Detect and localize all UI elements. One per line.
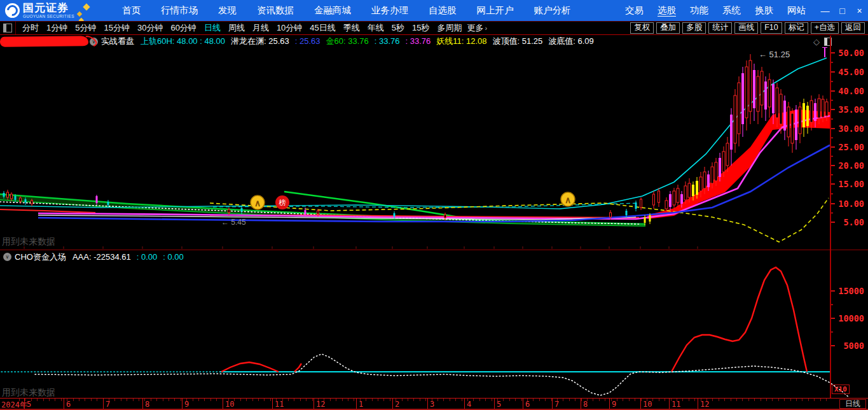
candle-body	[31, 201, 33, 204]
candle-body	[635, 202, 637, 209]
nav-item[interactable]: 行情市场	[151, 0, 208, 21]
brand[interactable]: 国元证券 GUOYUAN SECURITIES	[0, 3, 112, 19]
candle-body	[730, 115, 733, 150]
red-ma-left	[0, 209, 95, 213]
period-item[interactable]: 多周期	[434, 22, 466, 34]
candle-body	[107, 202, 109, 205]
nav-item[interactable]: 功能	[683, 0, 715, 21]
candle-body	[673, 191, 675, 205]
timeline-month: 11	[669, 399, 680, 409]
period-item[interactable]: 15分钟	[100, 22, 133, 34]
layout-button[interactable]	[0, 22, 16, 34]
candle-body	[610, 213, 612, 217]
main-panel-header: ∨ 实战看盘 上轨60H: 48.00 : 48.00潜龙在渊: 25.63: …	[0, 36, 868, 47]
period-item[interactable]: 季线	[340, 22, 364, 34]
diamond-marker-icon[interactable]: ◇	[813, 37, 820, 46]
period-item[interactable]: 分时	[18, 22, 43, 34]
period-item[interactable]: 5秒	[388, 22, 408, 34]
candle-body	[726, 143, 729, 166]
candle-body	[696, 181, 698, 195]
timeline-month: 2	[392, 399, 399, 409]
timeline-month: 12	[313, 399, 325, 409]
top-nav: 国元证券 GUOYUAN SECURITIES 首页行情市场发现资讯数据金融商城…	[0, 0, 868, 21]
nav-item[interactable]: 金融商城	[304, 0, 361, 21]
nav-item[interactable]: 发现	[208, 0, 247, 21]
period-item[interactable]: 15秒	[408, 22, 433, 34]
candle-body	[753, 70, 755, 108]
nav-item[interactable]: 网站	[780, 0, 813, 21]
tool-button[interactable]: 标记	[785, 22, 808, 34]
main-indicator-title: 实战看盘	[101, 36, 134, 47]
nav-item[interactable]: 首页	[112, 0, 151, 21]
y-axis-label: 30.00	[838, 124, 864, 134]
candle-body	[15, 196, 17, 200]
nav-right-menu: 交易选股功能系统换肤网站	[618, 0, 813, 21]
candle-body	[96, 196, 98, 203]
minimize-icon[interactable]: —	[816, 0, 834, 21]
candle-body	[653, 194, 655, 205]
indicator-value: : 0.00	[137, 252, 158, 262]
nav-item[interactable]: 系统	[715, 0, 748, 21]
candle-body	[680, 194, 683, 204]
candle-body	[783, 101, 786, 131]
tool-button[interactable]: F10	[761, 22, 782, 34]
tool-button[interactable]: 返回	[841, 22, 865, 34]
main-chart-svg[interactable]: ∧榜∧← 51.25← 5.4550.0045.0040.0035.0030.0…	[0, 47, 868, 250]
timeline-month: 12	[698, 399, 709, 409]
timeline-axis[interactable]: 2024年 日线 56789101112123456789101112	[0, 398, 868, 410]
svg-text:榜: 榜	[279, 199, 286, 206]
nav-item[interactable]: 自选股	[418, 0, 467, 21]
candle-body	[799, 107, 801, 134]
candle-body	[780, 94, 782, 124]
tool-button[interactable]: 叠加	[656, 22, 680, 34]
candle-body	[722, 152, 725, 172]
period-item[interactable]: 60分钟	[167, 22, 200, 34]
sub-indicator-values: AAA: -22534.61: 0.00: 0.00	[72, 252, 189, 262]
y-axis-label: 35.00	[838, 104, 864, 115]
period-item[interactable]: 5分钟	[71, 22, 100, 34]
period-item[interactable]: 周线	[224, 22, 249, 34]
period-item[interactable]: 年线	[364, 22, 388, 34]
tool-button[interactable]: 多股	[682, 22, 706, 34]
candle-body	[768, 80, 771, 107]
nav-item[interactable]: 换肤	[748, 0, 780, 21]
period-box[interactable]: 日线	[839, 399, 866, 409]
close-icon[interactable]: ×	[851, 0, 868, 21]
period-item[interactable]: 月线	[249, 22, 273, 34]
period-item[interactable]: 30分钟	[134, 22, 167, 34]
restore-icon[interactable]: □	[834, 0, 851, 21]
tool-button[interactable]: 画线	[734, 22, 758, 34]
indicator-value: : 33.76	[375, 36, 400, 46]
more-button[interactable]: 更多›	[467, 22, 488, 34]
tool-button[interactable]: +自选	[811, 22, 839, 34]
nav-item[interactable]: 账户分析	[524, 0, 581, 21]
period-item[interactable]: 1分钟	[43, 22, 71, 34]
candle-body	[734, 95, 736, 143]
guoyuan-logo-icon	[5, 3, 20, 18]
multiplier-badge: X10	[832, 385, 850, 394]
nav-item[interactable]: 选股	[651, 0, 683, 21]
candle-body	[241, 208, 243, 211]
nav-item[interactable]: 网上开户	[467, 0, 524, 21]
indicator-value: AAA: -22534.61	[72, 252, 131, 262]
sub-chart-svg[interactable]: 15000100005000	[0, 264, 868, 398]
nav-item[interactable]: 业务办理	[361, 0, 418, 21]
candle-body	[699, 177, 702, 191]
panel-separator	[0, 250, 868, 250]
nav-item[interactable]: 资讯数据	[247, 0, 304, 21]
collapse-icon-sub[interactable]: ∨	[3, 253, 11, 261]
candle-body	[764, 81, 767, 110]
y-axis-label: 5000	[843, 341, 864, 351]
period-item[interactable]: 10分钟	[273, 22, 306, 34]
tool-button[interactable]: 统计	[708, 22, 732, 34]
tool-button[interactable]: 复权	[630, 22, 654, 34]
candle-body	[741, 73, 744, 124]
period-item[interactable]: 日线	[200, 22, 224, 34]
svg-text:∧: ∧	[565, 195, 571, 205]
nav-item[interactable]: 交易	[618, 0, 651, 21]
layout-icon	[3, 24, 12, 32]
y-axis-label: 15.00	[838, 179, 864, 189]
sub-indicator-title: CHO资金入场	[15, 251, 66, 263]
period-item[interactable]: 45日线	[306, 22, 339, 34]
main-indicator-values: 上轨60H: 48.00 : 48.00潜龙在渊: 25.63: 25.63金6…	[141, 36, 600, 47]
